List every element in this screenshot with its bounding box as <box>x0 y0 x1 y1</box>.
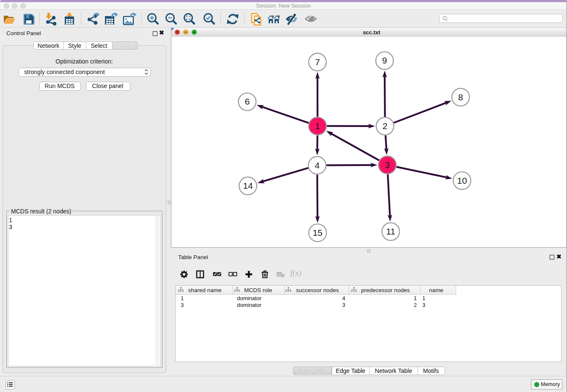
svg-text:10: 10 <box>457 176 467 185</box>
svg-text:11: 11 <box>386 226 395 236</box>
svg-text:9: 9 <box>382 55 387 65</box>
svg-text:2: 2 <box>383 121 388 131</box>
svg-text:7: 7 <box>315 57 320 67</box>
svg-text:6: 6 <box>245 97 250 106</box>
svg-text:8: 8 <box>458 92 463 102</box>
svg-text:3: 3 <box>385 160 390 170</box>
svg-text:1: 1 <box>315 121 320 131</box>
svg-text:15: 15 <box>313 228 322 237</box>
svg-text:14: 14 <box>243 181 253 190</box>
svg-text:4: 4 <box>315 160 320 170</box>
